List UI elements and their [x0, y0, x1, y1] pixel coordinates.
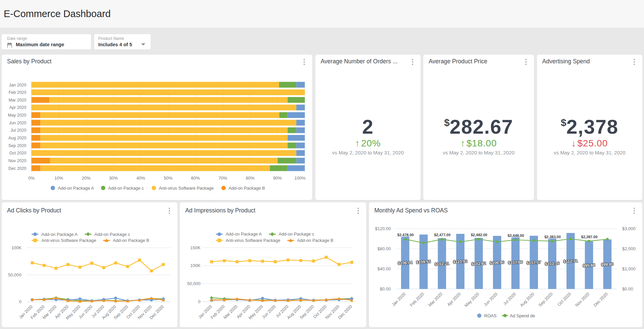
- svg-text:50%: 50%: [164, 176, 172, 181]
- svg-text:ROAS: ROAS: [484, 313, 497, 318]
- svg-text:Anti-virus Software Package: Anti-virus Software Package: [159, 186, 214, 191]
- svg-text:Aug 2020: Aug 2020: [8, 136, 26, 140]
- svg-text:$110.92: $110.92: [453, 259, 468, 264]
- svg-text:20%: 20%: [82, 176, 91, 181]
- svg-text:Apr 2020: Apr 2020: [9, 105, 26, 110]
- svg-text:Add-on Package A: Add-on Package A: [58, 186, 94, 191]
- svg-text:May 2020: May 2020: [464, 292, 480, 308]
- svg-text:Mar 2020: Mar 2020: [223, 304, 238, 320]
- svg-text:Jan 2020: Jan 2020: [9, 83, 26, 87]
- svg-text:Add-on Package c: Add-on Package c: [108, 186, 144, 191]
- svg-text:$99.80: $99.80: [601, 262, 614, 267]
- svg-text:$80.00: $80.00: [377, 246, 391, 251]
- svg-text:$102.21: $102.21: [434, 261, 449, 267]
- svg-text:Jun 2020: Jun 2020: [483, 292, 498, 307]
- svg-text:Sep 2020: Sep 2020: [299, 304, 315, 320]
- svg-text:Add-on Package B: Add-on Package B: [229, 186, 265, 191]
- svg-text:Ad Spend de: Ad Spend de: [510, 313, 535, 318]
- svg-text:Anti-virus Software Package: Anti-virus Software Package: [42, 238, 96, 243]
- svg-text:$2,000: $2,000: [622, 246, 636, 251]
- svg-text:$0.00: $0.00: [622, 286, 633, 291]
- svg-text:Oct 2020: Oct 2020: [9, 151, 26, 155]
- svg-text:30%: 30%: [109, 176, 118, 181]
- svg-text:Mar 2020: Mar 2020: [9, 98, 26, 103]
- svg-text:Dec 2020: Dec 2020: [337, 304, 353, 320]
- svg-text:Jun 2020: Jun 2020: [261, 304, 277, 320]
- svg-text:Add-on Package c: Add-on Package c: [95, 232, 130, 237]
- svg-text:150K: 150K: [191, 245, 201, 250]
- svg-text:60%: 60%: [191, 176, 200, 181]
- svg-text:Feb 2020: Feb 2020: [409, 292, 425, 308]
- svg-text:Add-on Package B: Add-on Package B: [297, 238, 333, 243]
- svg-text:$0.00: $0.00: [380, 286, 391, 291]
- svg-text:$2,477.00: $2,477.00: [434, 233, 450, 237]
- svg-text:Jun 2020: Jun 2020: [9, 121, 26, 125]
- svg-text:0: 0: [198, 299, 201, 304]
- svg-text:$3,000: $3,000: [622, 226, 636, 231]
- svg-text:Aug 2020: Aug 2020: [519, 292, 535, 308]
- svg-text:$2,387.00: $2,387.00: [581, 235, 598, 239]
- svg-text:Jan 2020: Jan 2020: [391, 292, 407, 307]
- svg-text:Jul 2020: Jul 2020: [10, 128, 26, 133]
- svg-text:Mar 2020: Mar 2020: [427, 292, 443, 308]
- svg-text:$107.07: $107.07: [526, 260, 541, 265]
- svg-text:50,000: 50,000: [187, 281, 201, 286]
- svg-text:Nov 2020: Nov 2020: [8, 158, 26, 163]
- svg-text:$107.86: $107.86: [508, 260, 523, 265]
- svg-text:$2,448.00: $2,448.00: [507, 234, 524, 238]
- svg-text:80%: 80%: [246, 176, 255, 181]
- svg-text:70%: 70%: [218, 176, 227, 181]
- svg-text:10%: 10%: [54, 176, 63, 181]
- svg-text:Dec 2020: Dec 2020: [8, 166, 26, 171]
- svg-text:0%: 0%: [28, 176, 35, 181]
- svg-text:$2,482.00: $2,482.00: [471, 233, 487, 237]
- svg-text:Add-on Package c: Add-on Package c: [279, 232, 315, 237]
- svg-text:$95.88: $95.88: [583, 263, 595, 268]
- svg-text:$112.71: $112.71: [563, 259, 578, 264]
- svg-text:Dec 2020: Dec 2020: [593, 292, 609, 308]
- svg-text:Add-on Package A: Add-on Package A: [226, 232, 262, 237]
- svg-text:$102.82: $102.82: [471, 261, 486, 266]
- svg-text:Feb 2020: Feb 2020: [9, 90, 26, 95]
- svg-text:100%: 100%: [294, 176, 306, 181]
- svg-text:$103.16: $103.16: [545, 261, 559, 266]
- svg-text:Jul 2020: Jul 2020: [502, 292, 517, 306]
- svg-text:$109.55: $109.55: [416, 259, 431, 265]
- svg-text:Sep 2020: Sep 2020: [8, 143, 26, 148]
- svg-text:Add-on Package B: Add-on Package B: [113, 238, 149, 243]
- svg-text:100K: 100K: [191, 263, 201, 268]
- svg-text:Add-on Package A: Add-on Package A: [42, 232, 78, 237]
- svg-text:90%: 90%: [273, 176, 282, 181]
- svg-text:$40.00: $40.00: [377, 266, 391, 271]
- svg-text:100K: 100K: [11, 245, 22, 250]
- svg-text:Apr 2020: Apr 2020: [446, 292, 462, 307]
- svg-text:$1,000: $1,000: [622, 266, 636, 271]
- svg-text:Oct 2020: Oct 2020: [557, 292, 572, 307]
- svg-text:$2,478.00: $2,478.00: [397, 233, 414, 237]
- svg-text:Sep 2020: Sep 2020: [538, 292, 554, 308]
- svg-text:50,000: 50,000: [8, 272, 21, 277]
- svg-text:$106.04: $106.04: [398, 260, 413, 266]
- svg-text:0: 0: [19, 300, 21, 305]
- svg-text:Nov 2020: Nov 2020: [574, 292, 590, 308]
- svg-text:Anti-virus Software Package: Anti-virus Software Package: [226, 238, 280, 243]
- svg-text:40%: 40%: [137, 176, 145, 181]
- svg-text:$120.00: $120.00: [375, 226, 391, 231]
- svg-text:$2,383.00: $2,383.00: [544, 235, 561, 239]
- svg-text:May 2020: May 2020: [8, 113, 26, 118]
- svg-text:$106.90: $106.90: [490, 260, 504, 265]
